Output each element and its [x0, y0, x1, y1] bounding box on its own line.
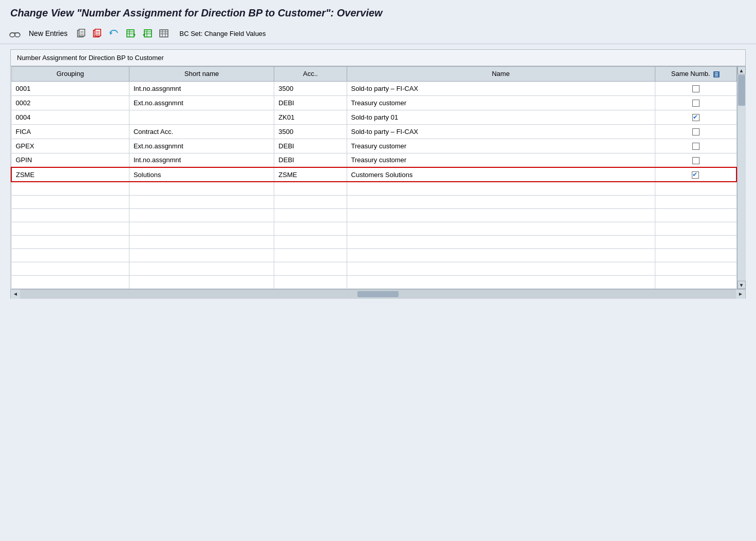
copy-btn[interactable] [73, 27, 88, 40]
empty-row [11, 209, 736, 222]
cell-shortname: Contract Acc. [129, 124, 274, 139]
cell-grouping: GPIN [11, 153, 129, 167]
cell-name: Treasury customer [347, 153, 655, 167]
delete-icon [92, 28, 102, 38]
empty-cell [129, 222, 274, 236]
empty-cell [347, 209, 655, 222]
svg-rect-15 [127, 30, 134, 37]
column-settings-icon[interactable] [713, 71, 720, 78]
empty-cell [274, 222, 347, 236]
new-entries-button[interactable]: New Entries [25, 27, 71, 40]
table-export-btn[interactable] [124, 27, 138, 40]
cell-acc: DEBI [274, 95, 347, 110]
col-header-name: Name [347, 67, 655, 82]
empty-cell [655, 262, 736, 276]
cell-acc: ZSME [274, 167, 347, 182]
empty-cell [11, 209, 129, 222]
checkbox-display[interactable] [692, 114, 700, 121]
empty-cell [11, 236, 129, 249]
table-view-btn[interactable] [157, 27, 171, 40]
empty-cell [129, 262, 274, 276]
cell-samenumb[interactable] [655, 95, 736, 110]
cell-samenumb[interactable] [655, 110, 736, 124]
cell-acc: DEBI [274, 153, 347, 167]
empty-cell [11, 276, 129, 289]
checkbox-display[interactable] [692, 85, 700, 92]
table-row[interactable]: GPINInt.no.assgnmntDEBITreasury customer [11, 153, 736, 167]
cell-grouping: FICA [11, 124, 129, 139]
table-row[interactable]: 0001Int.no.assgnmnt3500Sold-to party – F… [11, 81, 736, 95]
cell-samenumb[interactable] [655, 124, 736, 139]
cell-name: Sold-to party – FI-CAX [347, 81, 655, 95]
empty-cell [274, 196, 347, 209]
undo-icon [108, 28, 120, 38]
scroll-right-arrow[interactable]: ► [736, 289, 745, 299]
content-area: Number Assignment for Direction BP to Cu… [10, 49, 746, 299]
scroll-up-arrow[interactable]: ▲ [738, 66, 746, 74]
checkbox-display[interactable] [692, 171, 699, 179]
glasses-icon-btn[interactable] [7, 27, 23, 40]
scroll-left-arrow[interactable]: ◄ [11, 289, 20, 299]
empty-cell [274, 209, 347, 222]
scroll-down-arrow[interactable]: ▼ [738, 281, 746, 289]
page-wrapper: Change View "Number Assignment for Direc… [0, 0, 756, 299]
cell-acc: 3500 [274, 81, 347, 95]
empty-row [11, 196, 736, 209]
table-body: 0001Int.no.assgnmnt3500Sold-to party – F… [11, 81, 736, 289]
checkbox-display[interactable] [692, 143, 700, 150]
empty-cell [347, 249, 655, 262]
scroll-thumb[interactable] [738, 75, 745, 106]
cell-shortname: Solutions [129, 167, 274, 182]
cell-samenumb[interactable] [655, 153, 736, 167]
empty-cell [655, 209, 736, 222]
table-header-row: Grouping Short name Acc.. Name Same Numb… [11, 67, 736, 82]
empty-cell [274, 262, 347, 276]
col-header-shortname: Short name [129, 67, 274, 82]
cell-name: Sold-to party – FI-CAX [347, 124, 655, 139]
vertical-scrollbar[interactable]: ▲ ▼ [737, 66, 745, 289]
empty-cell [655, 249, 736, 262]
table-row[interactable]: ZSMESolutionsZSMECustomers Solutions [11, 167, 736, 182]
empty-cell [347, 262, 655, 276]
cell-samenumb[interactable] [655, 167, 736, 182]
empty-cell [347, 276, 655, 289]
empty-cell [655, 196, 736, 209]
scroll-track[interactable] [738, 74, 746, 281]
checkbox-display[interactable] [692, 157, 700, 164]
checkbox-display[interactable] [692, 128, 700, 136]
empty-cell [11, 196, 129, 209]
cell-name: Sold-to party 01 [347, 110, 655, 124]
glasses-icon [9, 28, 21, 38]
undo-btn[interactable] [106, 27, 122, 40]
table-row[interactable]: 0004ZK01Sold-to party 01 [11, 110, 736, 124]
table-row[interactable]: 0002Ext.no.assgnmntDEBITreasury customer [11, 95, 736, 110]
svg-rect-25 [160, 30, 168, 37]
horizontal-scrollbar[interactable]: ◄ ► [11, 289, 745, 298]
table-row[interactable]: FICAContract Acc.3500Sold-to party – FI-… [11, 124, 736, 139]
empty-cell [129, 209, 274, 222]
empty-cell [347, 182, 655, 196]
delete-btn[interactable] [90, 27, 104, 40]
copy-icon [75, 28, 86, 38]
col-header-grouping: Grouping [11, 67, 129, 82]
empty-cell [129, 196, 274, 209]
cell-grouping: ZSME [11, 167, 129, 182]
h-scroll-thumb[interactable] [357, 291, 399, 297]
cell-grouping: 0004 [11, 110, 129, 124]
table-import-btn[interactable] [140, 27, 155, 40]
empty-cell [347, 236, 655, 249]
empty-cell [129, 236, 274, 249]
table-scroll-wrapper: Grouping Short name Acc.. Name Same Numb… [11, 66, 737, 289]
checkbox-display[interactable] [692, 100, 700, 107]
table-container: Grouping Short name Acc.. Name Same Numb… [11, 66, 745, 289]
new-entries-label: New Entries [29, 29, 67, 37]
h-scroll-track[interactable] [20, 289, 736, 299]
table-row[interactable]: GPEXExt.no.assgnmntDEBITreasury customer [11, 139, 736, 153]
cell-samenumb[interactable] [655, 139, 736, 153]
table-import-icon [142, 28, 153, 38]
cell-samenumb[interactable] [655, 81, 736, 95]
svg-rect-20 [144, 30, 152, 37]
empty-row [11, 262, 736, 276]
empty-cell [274, 236, 347, 249]
cell-acc: DEBI [274, 139, 347, 153]
